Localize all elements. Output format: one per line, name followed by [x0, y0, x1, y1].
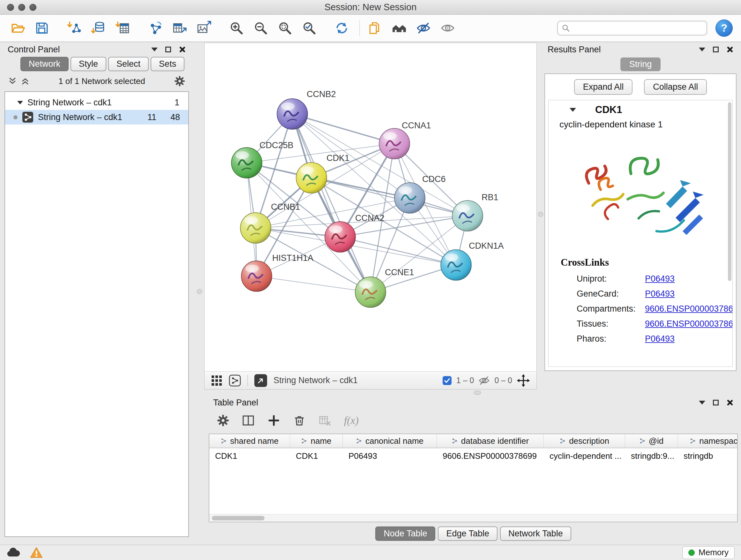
network-node-CDKN1A[interactable]: CDKN1A [441, 241, 504, 280]
new-network-from-table-button[interactable] [171, 19, 189, 37]
panel-menu-icon[interactable] [699, 48, 705, 51]
scrollbar-thumb[interactable] [212, 516, 265, 520]
add-column-icon[interactable] [267, 414, 280, 427]
help-button[interactable]: ? [716, 19, 733, 37]
column-header[interactable]: shared name [209, 434, 290, 448]
network-edge[interactable] [340, 237, 456, 265]
crosslink-label: GeneCard: [577, 289, 645, 299]
crosslink-row: Tissues:9606.ENSP00000378699 [549, 316, 732, 331]
close-panel-icon[interactable] [726, 46, 733, 53]
close-panel-icon[interactable] [726, 399, 733, 406]
tab-style[interactable]: Style [71, 57, 106, 71]
detach-view-button[interactable] [254, 374, 267, 387]
tab-sets[interactable]: Sets [151, 57, 185, 71]
network-node-CCNA1[interactable]: CCNA1 [379, 121, 431, 159]
panel-menu-icon[interactable] [151, 48, 158, 51]
show-columns-icon[interactable] [242, 414, 255, 427]
crosslink-label: Compartments: [577, 304, 645, 314]
network-row[interactable]: String Network – cdk1 11 48 [5, 110, 188, 125]
network-edge[interactable] [292, 114, 394, 144]
zoom-fit-button[interactable] [276, 19, 294, 37]
network-edge[interactable] [292, 114, 370, 292]
column-header[interactable]: description [544, 434, 625, 448]
float-panel-icon[interactable] [165, 47, 171, 52]
function-builder-button[interactable]: f(x) [344, 415, 359, 427]
column-header[interactable]: namespace [678, 434, 737, 448]
tab-network-table[interactable]: Network Table [500, 526, 571, 541]
crosslink-link[interactable]: 9606.ENSP00000378699 [645, 319, 733, 329]
zoom-in-button[interactable] [227, 19, 246, 37]
network-node-CDC25B[interactable]: CDC25B [231, 140, 293, 178]
pan-crosshair-icon[interactable] [517, 374, 530, 387]
window-zoom-button[interactable] [29, 4, 37, 11]
delete-column-icon[interactable] [293, 414, 306, 427]
collapse-all-icon[interactable] [8, 77, 17, 85]
selected-checkbox-icon[interactable] [442, 376, 452, 385]
column-header[interactable]: @id [625, 434, 678, 448]
window-minimize-button[interactable] [18, 4, 25, 11]
network-node-CCNB2[interactable]: CCNB2 [277, 89, 336, 129]
column-header[interactable]: canonical name [343, 434, 437, 448]
network-node-HIST1H1A[interactable]: HIST1H1A [241, 253, 313, 292]
search-input[interactable] [573, 21, 703, 35]
network-node-RB1[interactable]: RB1 [452, 192, 498, 231]
splitter-handle[interactable] [474, 391, 481, 395]
import-network-file-button[interactable] [65, 19, 84, 37]
float-panel-icon[interactable] [713, 47, 719, 52]
tab-select[interactable]: Select [108, 57, 149, 71]
crosslink-link[interactable]: 9606.ENSP00000378699 [645, 304, 733, 314]
hidden-eye-slash-icon[interactable] [478, 375, 490, 386]
first-neighbors-button[interactable] [390, 19, 408, 37]
crosslink-link[interactable]: P06493 [645, 274, 675, 284]
horizontal-scrollbar[interactable] [209, 514, 737, 522]
network-edge[interactable] [257, 276, 370, 292]
network-node-CDK1[interactable]: CDK1 [296, 153, 349, 193]
network-node-CCNB1[interactable]: CCNB1 [240, 202, 300, 243]
float-panel-icon[interactable] [713, 400, 719, 406]
tab-network[interactable]: Network [20, 57, 69, 71]
window-close-button[interactable] [7, 4, 14, 11]
zoom-selected-button[interactable] [300, 19, 319, 37]
warning-icon[interactable] [30, 547, 43, 558]
panel-menu-icon[interactable] [699, 401, 705, 405]
results-scrollbar[interactable] [728, 102, 731, 281]
column-header[interactable]: database identifier [437, 434, 544, 448]
collapse-all-button[interactable]: Collapse All [644, 79, 707, 95]
crosslink-link[interactable]: P06493 [645, 334, 675, 344]
column-header[interactable]: name [290, 434, 343, 448]
clone-network-button[interactable] [366, 19, 384, 37]
section-collapse-icon[interactable] [569, 108, 576, 112]
zoom-out-button[interactable] [252, 19, 270, 37]
import-table-file-button[interactable] [114, 19, 132, 37]
network-canvas[interactable]: CCNB2CCNA1CDC25BCDK1CDC6RB1CCNB1CCNA2CDK… [205, 43, 536, 372]
birdseye-view-icon[interactable] [229, 374, 241, 387]
new-network-button[interactable] [146, 19, 165, 37]
close-panel-icon[interactable] [179, 46, 186, 53]
hide-style-button[interactable] [414, 19, 433, 37]
tab-edge-table[interactable]: Edge Table [438, 526, 497, 541]
show-style-button[interactable] [439, 19, 457, 37]
hidden-counts: 0 – 0 [494, 376, 512, 385]
expand-all-button[interactable]: Expand All [574, 79, 633, 95]
import-network-database-button[interactable] [89, 19, 108, 37]
memory-button[interactable]: Memory [682, 546, 735, 559]
crosslink-link[interactable]: P06493 [645, 289, 675, 299]
table-options-gear-icon[interactable] [217, 415, 229, 427]
splitter-handle[interactable] [197, 289, 202, 294]
tab-string[interactable]: String [620, 57, 661, 71]
table-row[interactable]: CDK1CDK1P064939606.ENSP00000378699cyclin… [209, 448, 737, 463]
update-view-button[interactable] [333, 19, 351, 37]
open-session-button[interactable] [8, 19, 27, 37]
cloud-icon[interactable] [6, 548, 20, 558]
network-node-CDC6[interactable]: CDC6 [394, 174, 446, 213]
network-collection-row[interactable]: String Network – cdk1 1 [5, 95, 188, 110]
tab-node-table[interactable]: Node Table [375, 526, 435, 541]
network-options-gear-icon[interactable] [174, 76, 185, 86]
tree-expand-icon[interactable] [17, 101, 23, 105]
grid-view-icon[interactable] [211, 375, 222, 386]
save-session-button[interactable] [32, 19, 51, 37]
export-image-button[interactable] [195, 19, 213, 37]
network-node-CCNE1[interactable]: CCNE1 [355, 267, 414, 307]
splitter-handle[interactable] [538, 212, 543, 217]
expand-all-icon[interactable] [21, 77, 29, 85]
